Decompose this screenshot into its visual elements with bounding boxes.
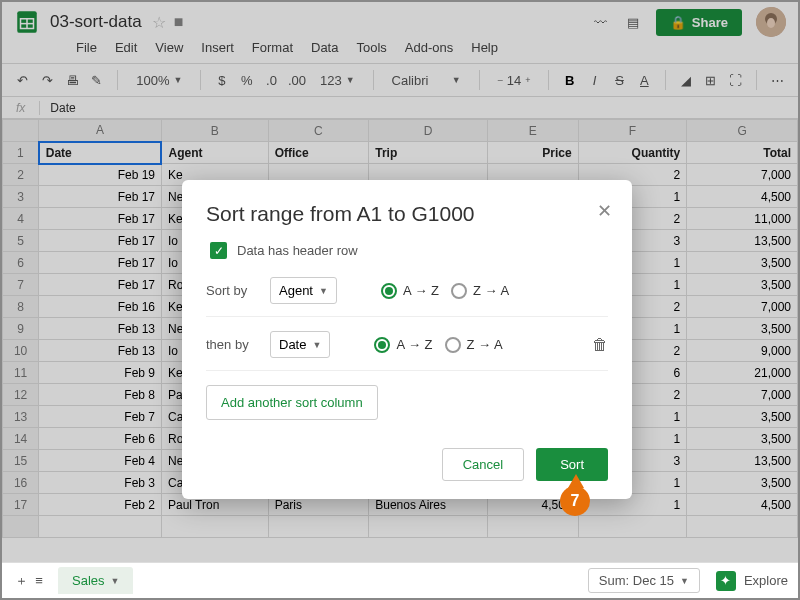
sort-column-1-dropdown[interactable]: Agent▼	[270, 277, 337, 304]
sheet-tab-sales[interactable]: Sales▼	[58, 567, 133, 594]
all-sheets-icon[interactable]: ≡	[30, 573, 48, 588]
then-by-label: then by	[206, 337, 258, 352]
dialog-title: Sort range from A1 to G1000	[206, 202, 608, 226]
explore-button[interactable]: ✦ Explore	[716, 571, 788, 591]
close-icon[interactable]: ✕	[597, 200, 612, 222]
sum-box[interactable]: Sum: Dec 15▼	[588, 568, 700, 593]
header-row-checkbox[interactable]: ✓	[210, 242, 227, 259]
sort2-az-radio[interactable]: A → Z	[374, 337, 432, 353]
header-row-label: Data has header row	[237, 243, 358, 258]
sort-by-label: Sort by	[206, 283, 258, 298]
sort2-za-radio[interactable]: Z → A	[445, 337, 503, 353]
add-sort-column-button[interactable]: Add another sort column	[206, 385, 378, 420]
bottom-bar: ＋ ≡ Sales▼ Sum: Dec 15▼ ✦ Explore	[2, 562, 798, 598]
add-sheet-icon[interactable]: ＋	[12, 572, 30, 590]
sort-range-dialog: ✕ Sort range from A1 to G1000 ✓ Data has…	[182, 180, 632, 499]
sort1-az-radio[interactable]: A → Z	[381, 283, 439, 299]
sort-column-2-dropdown[interactable]: Date▼	[270, 331, 330, 358]
step-callout: 7	[560, 476, 592, 516]
explore-icon: ✦	[716, 571, 736, 591]
delete-sort-icon[interactable]: 🗑	[592, 336, 608, 354]
cancel-button[interactable]: Cancel	[442, 448, 524, 481]
sort1-za-radio[interactable]: Z → A	[451, 283, 509, 299]
